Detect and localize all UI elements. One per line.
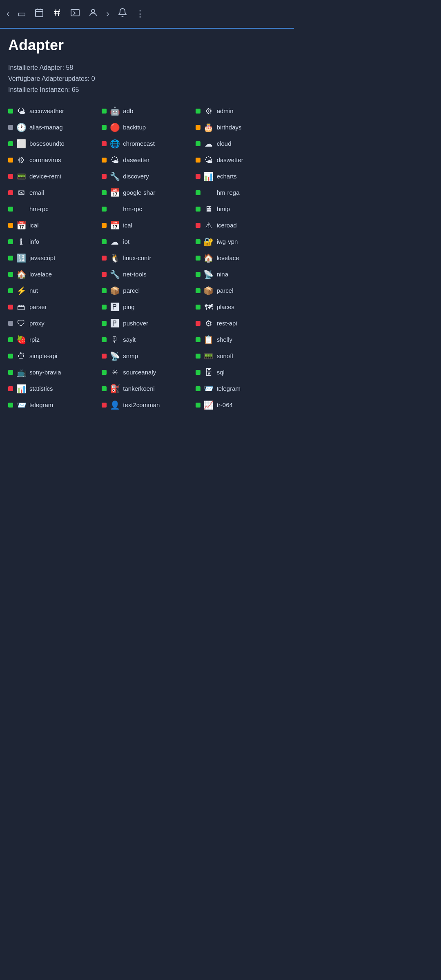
adapter-item[interactable]: 📅google-shar xyxy=(102,187,192,198)
adapter-item[interactable]: 🌐chromecast xyxy=(102,138,192,149)
adapter-item[interactable]: 🐧linux-contr xyxy=(102,252,192,264)
adapter-item[interactable]: ⛽tankerkoeni xyxy=(102,383,192,394)
adapter-item[interactable]: 🅿ping xyxy=(102,301,192,313)
adapter-item[interactable]: 🍓rpi2 xyxy=(8,334,98,345)
adapter-item[interactable]: 🅿pushover xyxy=(102,318,192,329)
adapter-item[interactable]: 👤text2comman xyxy=(102,399,192,411)
adapter-item[interactable]: ⏱simple-api xyxy=(8,350,98,362)
status-indicator xyxy=(8,272,13,277)
more-menu-button[interactable]: ⋮ xyxy=(136,9,145,19)
adapter-item[interactable]: hm-rpc xyxy=(8,203,98,215)
calendar-icon[interactable] xyxy=(34,8,44,20)
adapter-item[interactable]: 🌤accuweather xyxy=(8,105,98,117)
adapter-item[interactable]: 🔢javascript xyxy=(8,252,98,264)
adapter-icon xyxy=(203,187,214,198)
status-indicator xyxy=(196,174,200,179)
adapter-item[interactable]: ⚠iceroad xyxy=(196,220,286,231)
svg-rect-0 xyxy=(36,9,43,17)
bell-icon[interactable] xyxy=(118,8,127,20)
adapter-item[interactable]: hm-rega xyxy=(196,187,286,198)
adapter-name: lovelace xyxy=(217,254,239,261)
adapter-item[interactable]: 📊echarts xyxy=(196,171,286,182)
adapter-item[interactable]: ✳sourceanaly xyxy=(102,367,192,378)
back-button[interactable]: ‹ xyxy=(7,9,9,19)
status-indicator xyxy=(102,109,107,114)
adapter-item[interactable]: 📅ical xyxy=(102,220,192,231)
adapter-name: ical xyxy=(29,222,39,229)
status-indicator xyxy=(196,337,200,342)
adapter-item[interactable]: 🔧discovery xyxy=(102,171,192,182)
adapter-item[interactable]: hm-rpc xyxy=(102,203,192,215)
adapter-item[interactable]: 🤖adb xyxy=(102,105,192,117)
adapter-item[interactable]: ✉email xyxy=(8,187,98,198)
adapter-item[interactable]: 📺sony-bravia xyxy=(8,367,98,378)
adapter-name: proxy xyxy=(29,320,45,327)
adapter-item[interactable]: 📨telegram xyxy=(196,383,286,394)
adapter-name: tr-064 xyxy=(217,401,233,408)
adapter-icon: ⚙ xyxy=(16,154,27,166)
adapter-item[interactable]: 🎙sayit xyxy=(102,334,192,345)
adapter-item[interactable]: 📟sonoff xyxy=(196,350,286,362)
adapter-item[interactable]: 🗃parser xyxy=(8,301,98,313)
adapter-item[interactable]: ☁iot xyxy=(102,236,192,247)
adapter-item[interactable]: 🛡proxy xyxy=(8,318,98,329)
terminal-icon[interactable] xyxy=(70,8,80,20)
adapter-item[interactable]: 📨telegram xyxy=(8,399,98,411)
adapter-item[interactable]: 🔧net-tools xyxy=(102,269,192,280)
adapter-icon: 🕐 xyxy=(16,122,27,133)
status-indicator xyxy=(8,256,13,261)
adapter-item[interactable]: 🌤daswetter xyxy=(196,154,286,166)
stats-section: Installierte Adapter: 58 Verfügbare Adap… xyxy=(8,62,286,96)
adapter-item[interactable]: 🔐iwg-vpn xyxy=(196,236,286,247)
status-indicator xyxy=(196,141,200,146)
screen-icon[interactable]: ▭ xyxy=(18,9,26,19)
adapter-item[interactable]: ⚙admin xyxy=(196,105,286,117)
adapter-item[interactable]: 🕐alias-manag xyxy=(8,122,98,133)
adapter-item[interactable]: 🔴backitup xyxy=(102,122,192,133)
adapter-item[interactable]: ⚙coronavirus xyxy=(8,154,98,166)
adapter-item[interactable]: ⚡nut xyxy=(8,285,98,296)
adapter-name: pushover xyxy=(123,320,148,327)
adapter-item[interactable]: 🗺places xyxy=(196,301,286,313)
adapter-item[interactable]: 🌤daswetter xyxy=(102,154,192,166)
adapter-name: parcel xyxy=(123,287,140,294)
adapter-item[interactable]: 🏠lovelace xyxy=(8,269,98,280)
adapter-name: shelly xyxy=(217,336,232,343)
adapter-icon: ⛽ xyxy=(109,383,120,394)
adapter-name: bosesoundto xyxy=(29,140,65,147)
adapter-item[interactable]: 🗄sql xyxy=(196,367,286,378)
adapter-item[interactable]: 📡snmp xyxy=(102,350,192,362)
adapter-item[interactable]: ☁cloud xyxy=(196,138,286,149)
adapter-item[interactable]: 📦parcel xyxy=(196,285,286,296)
adapter-item[interactable]: 📊statistics xyxy=(8,383,98,394)
adapter-item[interactable]: ⚙rest-api xyxy=(196,318,286,329)
adapter-icon: ⚡ xyxy=(16,285,27,296)
adapter-item[interactable]: ℹinfo xyxy=(8,236,98,247)
adapter-icon: 📨 xyxy=(16,399,27,411)
hash-icon[interactable] xyxy=(52,8,62,20)
status-indicator xyxy=(8,321,13,326)
adapter-item[interactable]: ⬜bosesoundto xyxy=(8,138,98,149)
adapter-item[interactable]: 🖥hmip xyxy=(196,203,286,215)
adapter-icon: 🔧 xyxy=(109,171,120,182)
status-indicator xyxy=(196,125,200,130)
adapter-item[interactable]: 🎂birthdays xyxy=(196,122,286,133)
status-indicator xyxy=(196,239,200,244)
adapter-item[interactable]: 📟device-remi xyxy=(8,171,98,182)
adapter-icon: 🅿 xyxy=(109,318,120,329)
adapter-item[interactable]: 📡nina xyxy=(196,269,286,280)
adapter-item[interactable]: 🏠lovelace xyxy=(196,252,286,264)
status-indicator xyxy=(8,125,13,130)
status-indicator xyxy=(102,403,107,408)
adapter-item[interactable]: 📈tr-064 xyxy=(196,399,286,411)
adapter-icon: ⚙ xyxy=(203,318,214,329)
user-icon[interactable] xyxy=(88,8,98,20)
adapter-icon: 📡 xyxy=(109,350,120,362)
adapter-item[interactable]: 📦parcel xyxy=(102,285,192,296)
adapter-item[interactable]: 📋shelly xyxy=(196,334,286,345)
adapter-item[interactable]: 📅ical xyxy=(8,220,98,231)
status-indicator xyxy=(102,158,107,163)
adapter-name: hmip xyxy=(217,205,230,212)
status-indicator xyxy=(102,207,107,212)
forward-button[interactable]: › xyxy=(106,9,109,19)
